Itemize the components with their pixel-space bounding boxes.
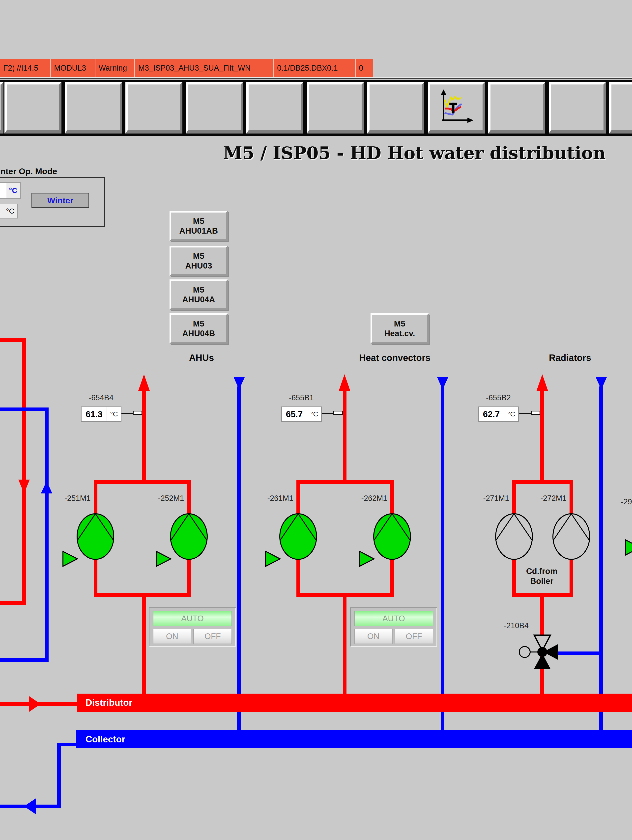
outdoor-temp-field[interactable]: °C [0, 182, 21, 199]
left-return-pipe-bottom [0, 658, 49, 662]
pump-tag: -272M1 [531, 494, 576, 503]
alarm-address: F2) //I14.5 [0, 59, 51, 77]
pump-262M1[interactable] [373, 512, 412, 561]
toolbar-button-7[interactable] [367, 82, 424, 134]
sensor-probe-icon [531, 411, 540, 415]
auto-button[interactable]: AUTO [354, 611, 433, 626]
toolbar-button-3[interactable] [125, 82, 182, 134]
alarm-module: MODUL3 [51, 59, 95, 77]
collector-label: Collector [86, 730, 125, 748]
distributor-label: Distributor [86, 693, 132, 712]
separator-groove [0, 77, 632, 80]
off-button[interactable]: OFF [394, 629, 433, 644]
return-pipe-radiators [599, 387, 603, 732]
pump-tag: -252M1 [149, 494, 193, 503]
toolbar-button-9[interactable] [488, 82, 545, 134]
run-indicator-icon [62, 550, 78, 567]
page-title: M5 / ISP05 - HD Hot water distribution [223, 143, 526, 163]
pump-tag: -271M1 [474, 494, 518, 503]
scada-screen: F2) //I14.5 MODUL3 Warning M3_ISP03_AHU3… [0, 0, 632, 840]
pump-272M1[interactable] [552, 512, 591, 561]
nav-button-ahu04b[interactable]: M5 AHU04B [169, 313, 228, 344]
toolbar [0, 80, 632, 136]
run-indicator-icon [359, 550, 375, 567]
alarm-db-address: 0.1/DB25.DBX0.1 [274, 59, 356, 77]
return-pipe-heatconv [441, 387, 444, 732]
collector-outlet-vertical [57, 743, 61, 808]
collector-arrow-left-icon [24, 798, 36, 815]
left-supply-pipe-bottom [0, 601, 26, 605]
toolbar-button-edge[interactable] [0, 82, 3, 134]
section-label-heat-convectors: Heat convectors [340, 353, 449, 363]
alarm-message: M3_ISP03_AHU3_SUA_Filt_WN [135, 59, 274, 77]
toolbar-button-4[interactable] [186, 82, 243, 134]
outdoor-temp-unit: °C [9, 186, 17, 195]
on-button[interactable]: ON [153, 629, 191, 644]
alarm-bar[interactable]: F2) //I14.5 MODUL3 Warning M3_ISP03_AHU3… [0, 59, 373, 77]
left-return-pipe-vertical [45, 407, 49, 662]
sensor-tag: -655B2 [476, 393, 521, 402]
feed-arrow-right-icon [29, 696, 41, 712]
temperature-display-654B4[interactable]: 61.3 °C [81, 406, 122, 422]
outdoor-temp-value [0, 183, 6, 198]
collector-bar [76, 730, 632, 748]
partial-pump-tag: -29 [610, 497, 632, 506]
nav-button-ahu03[interactable]: M5 AHU03 [169, 246, 228, 276]
sensor-probe-icon [133, 411, 142, 415]
pump-tag: -262M1 [352, 494, 396, 503]
run-indicator-icon [625, 539, 632, 556]
sensor-tag: -654B4 [79, 393, 124, 402]
left-supply-pipe-vertical [22, 338, 26, 605]
temperature-display-655B1[interactable]: 65.7 °C [281, 406, 322, 422]
pump-tag: -261M1 [258, 494, 303, 503]
cd-from-boiler-note: Cd.from Boiler [507, 566, 577, 586]
run-indicator-icon [265, 550, 281, 567]
supply-pipe-heatconv-lower [343, 594, 347, 693]
temperature-display-655B2[interactable]: 62.7 °C [478, 406, 519, 422]
supply-arrow-ahus-icon [138, 374, 150, 391]
winter-mode-group-label: nter Op. Mode [0, 166, 57, 176]
section-label-ahus: AHUs [172, 353, 231, 363]
pump-252M1[interactable] [169, 512, 208, 561]
distributor-bar [77, 693, 632, 712]
flow-arrow-up-icon [41, 481, 52, 493]
flow-arrow-down-icon [18, 480, 30, 493]
supply-pipe-ahus-upper [142, 389, 146, 483]
supply-pipe-heatconv-upper [343, 389, 347, 483]
run-indicator-icon [155, 550, 172, 567]
valve-tag: -210B4 [494, 621, 539, 630]
three-way-valve-icon[interactable] [515, 632, 565, 672]
alarm-class: Warning [95, 59, 135, 77]
pump-251M1[interactable] [76, 512, 115, 561]
supply-pipe-radiators-upper [540, 389, 544, 483]
alarm-value: 0 [356, 59, 373, 77]
nav-button-ahu04a[interactable]: M5 AHU04A [169, 279, 228, 309]
section-label-radiators: Radiators [526, 353, 615, 363]
toolbar-button-5[interactable] [246, 82, 303, 134]
on-button[interactable]: ON [354, 629, 393, 644]
pump-261M1[interactable] [279, 512, 317, 561]
trend-chart-icon [438, 89, 475, 126]
auto-button[interactable]: AUTO [153, 611, 232, 626]
pump-271M1[interactable] [495, 512, 533, 561]
supply-arrow-radiators-icon [537, 374, 548, 391]
nav-button-heatcv[interactable]: M5 Heat.cv. [371, 313, 429, 344]
off-button[interactable]: OFF [193, 629, 232, 644]
return-pipe-ahus [237, 387, 241, 732]
setpoint-temp-unit: °C [6, 207, 14, 215]
toolbar-button-10[interactable] [549, 82, 606, 134]
sensor-tag: -655B1 [279, 393, 324, 402]
toolbar-button-2[interactable] [65, 82, 122, 134]
sensor-probe-icon [333, 411, 343, 415]
toolbar-button-11[interactable] [609, 82, 632, 134]
supply-arrow-heatconv-icon [339, 374, 350, 391]
pump-tag: -251M1 [55, 494, 100, 503]
supply-pipe-ahus-lower [142, 594, 146, 693]
winter-mode-button[interactable]: Winter [32, 193, 89, 208]
nav-button-ahu01ab[interactable]: M5 AHU01AB [169, 211, 228, 241]
toolbar-button-1[interactable] [5, 82, 62, 134]
setpoint-temp-field[interactable]: °C [0, 204, 18, 218]
toolbar-button-6[interactable] [307, 82, 364, 134]
toolbar-button-trend[interactable] [428, 82, 485, 134]
left-return-pipe-top [0, 407, 49, 411]
